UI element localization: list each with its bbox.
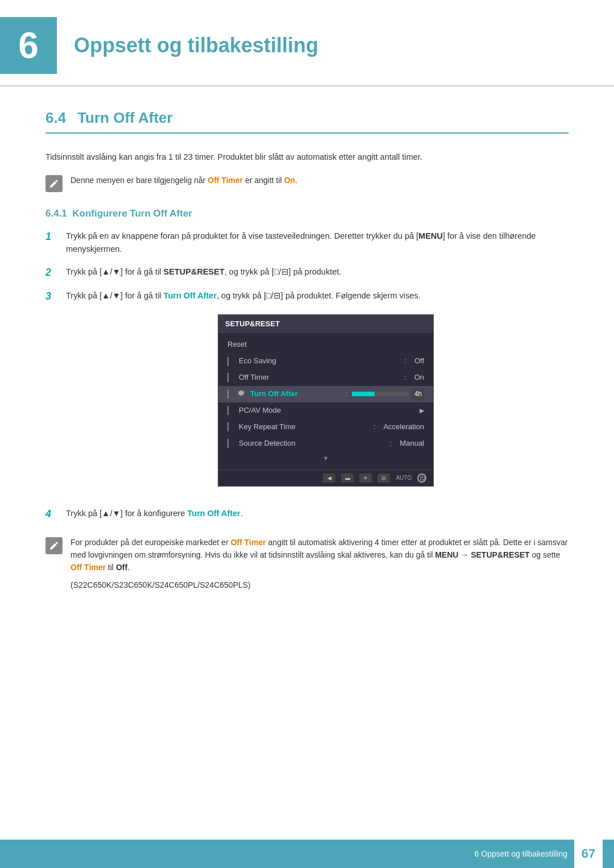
menu-item-turnoffafter: Turn Off After : 4h — [218, 386, 433, 402]
step-1: 1 Trykk på en av knappene foran på produ… — [45, 230, 569, 256]
footer-text: 6 Oppsett og tilbakestilling — [475, 849, 567, 858]
ctrl-power: ⏻ — [417, 474, 426, 483]
menu-item-sourcedetect: Source Detection : Manual — [218, 435, 433, 452]
footer: 6 Oppsett og tilbakestilling 67 — [0, 840, 614, 868]
note-text-2: For produkter på det europeiske markedet… — [70, 536, 569, 592]
step-3: 3 Trykk på [▲/▼] for å gå til Turn Off A… — [45, 289, 569, 498]
menu-item-eco: Eco Saving : Off — [218, 353, 433, 369]
intro-text: Tidsinnstilt avslåing kan angis fra 1 ti… — [45, 151, 569, 164]
model-line: (S22C650K/S23C650K/S24C650PL/S24C650PLS) — [70, 579, 569, 591]
menu-item-more: ▼ — [218, 451, 433, 466]
pencil-icon-2 — [49, 541, 59, 551]
section-heading: 6.4 Turn Off After — [45, 109, 569, 134]
ctrl-monitor: ⊟ — [377, 474, 390, 483]
note-text-1: Denne menyen er bare tilgjengelig når Of… — [70, 174, 297, 186]
note-box-2: For produkter på det europeiske markedet… — [45, 536, 569, 592]
subsection-heading: 6.4.1 Konfigurere Turn Off After — [45, 208, 569, 219]
menu-item-keyrepeat: Key Repeat Time : Acceleration — [218, 419, 433, 435]
ctrl-auto: AUTO — [396, 474, 412, 483]
menu-item-pcav: PC/AV Mode ▶ — [218, 402, 433, 419]
pencil-icon — [49, 178, 59, 189]
section-number: 6.4 — [45, 109, 66, 127]
ctrl-down: ▬ — [341, 474, 354, 483]
menu-title-bar: SETUP&RESET — [218, 315, 433, 334]
footer-page-number: 67 — [574, 840, 603, 868]
note-box-1: Denne menyen er bare tilgjengelig når Of… — [45, 174, 569, 192]
gear-icon — [237, 389, 246, 398]
note-icon-2 — [45, 537, 63, 554]
chapter-title: Oppsett og tilbakestilling — [74, 34, 318, 57]
menu-item-reset: Reset — [218, 337, 433, 353]
menu-controls: ◀ ▬ ✛ ⊟ AUTO ⏻ — [218, 470, 433, 486]
ctrl-plus: ✛ — [359, 474, 372, 483]
chapter-header: 6 Oppsett og tilbakestilling — [0, 0, 614, 86]
step-2: 2 Trykk på [▲/▼] for å gå til SETUP&RESE… — [45, 265, 569, 281]
chapter-number: 6 — [0, 17, 57, 74]
step-4: 4 Trykk på [▲/▼] for å konfigurere Turn … — [45, 507, 569, 522]
menu-screenshot: SETUP&RESET Reset Eco Saving : Off — [83, 314, 569, 487]
main-content: 6.4 Turn Off After Tidsinnstilt avslåing… — [0, 109, 614, 653]
steps-list: 1 Trykk på en av knappene foran på produ… — [45, 230, 569, 522]
slider: 4h — [352, 388, 424, 400]
note-icon — [45, 175, 63, 192]
menu-items: Reset Eco Saving : Off Off Timer — [218, 333, 433, 470]
section-title: Turn Off After — [77, 109, 173, 127]
menu-box: SETUP&RESET Reset Eco Saving : Off — [218, 314, 434, 487]
menu-item-offtimer: Off Timer : On — [218, 369, 433, 386]
ctrl-left: ◀ — [323, 474, 335, 483]
